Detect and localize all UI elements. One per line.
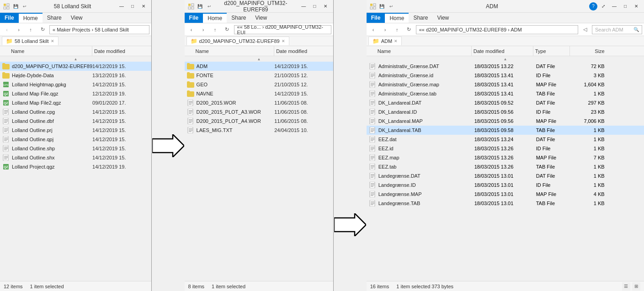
file-row[interactable]: Landegrænse.DAT 18/03/2015 13.01 DAT Fil… (367, 171, 644, 180)
file-row[interactable]: Landegrænse.TAB 18/03/2015 13.01 TAB Fil… (367, 199, 644, 208)
file-row[interactable]: QZ Lolland Project.qgz 14/12/2019 19. (0, 162, 151, 171)
col-header-size-3[interactable]: Size (570, 46, 607, 56)
folder-tab-2[interactable]: 📁 d200_MAPINFO_UTM32-EUREF89 ✕ (186, 37, 289, 45)
view-grid-btn-3[interactable]: ⊞ (632, 282, 640, 291)
refresh-btn-1[interactable]: ↻ (37, 25, 48, 35)
file-row[interactable]: ADM 14/12/2019 15. (185, 62, 334, 71)
forward-btn-1[interactable]: › (14, 25, 24, 35)
ribbon-share-3[interactable]: Share (409, 13, 432, 23)
ribbon-home-3[interactable]: Home (385, 13, 409, 23)
file-row[interactable]: D200_2015_PLOT_A4.WOR 11/06/2015 08. (185, 116, 334, 126)
file-row[interactable]: Højde-Dybde-Data 13/12/2019 16. (0, 71, 151, 80)
refresh-btn-2[interactable]: ↻ (222, 25, 232, 35)
address-field-3[interactable]: «« d200_MAPINFO_UTM32-EUREF89 › ADM (416, 25, 578, 34)
file-row[interactable]: Administrativ_Grænse.DAT 18/03/2015 13.2… (367, 62, 644, 71)
ribbon-view-3[interactable]: View (432, 13, 453, 23)
file-row[interactable]: EEZ.tab 18/03/2015 13.26 TAB File 1 KB (367, 162, 644, 171)
col-header-name-2[interactable]: Name (194, 46, 275, 56)
file-row[interactable]: Administrativ_Grænse.id 18/03/2015 13.41… (367, 71, 644, 80)
file-list-2[interactable]: ADM 14/12/2019 15. FONTE 21/10/2015 12. … (185, 62, 334, 281)
close-btn-3[interactable]: ✕ (631, 2, 641, 11)
file-row[interactable]: Landegrænse.ID 18/03/2015 13.01 ID File … (367, 180, 644, 190)
col-header-date-1[interactable]: Date modified (92, 46, 149, 56)
up-btn-2[interactable]: ↑ (210, 25, 220, 35)
tab-close-1[interactable]: ✕ (51, 39, 54, 43)
search-box-3[interactable]: Search ADM 🔍 (592, 25, 642, 34)
file-row[interactable]: DK_Landareal.DAT 18/03/2015 09.52 DAT Fi… (367, 98, 644, 107)
up-btn-1[interactable]: ↑ (26, 25, 36, 35)
file-row[interactable]: Administrativ_Grænse.map 18/03/2015 13.4… (367, 80, 644, 89)
window-buttons-2[interactable]: — □ ✕ (298, 2, 330, 11)
ribbon-file-3[interactable]: File (367, 13, 385, 23)
file-row[interactable]: Lolland Outline.prj 14/12/2019 15. (0, 126, 151, 135)
folder-tab-3[interactable]: 📁 ADM ✕ (368, 37, 402, 45)
ribbon-share-1[interactable]: Share (43, 13, 66, 23)
prev-location-btn-3[interactable]: ◁ (580, 25, 590, 35)
ribbon-file-2[interactable]: File (185, 13, 203, 23)
help-btn-3[interactable]: ? (589, 2, 597, 11)
file-row[interactable]: FONTE 21/10/2015 12. (185, 71, 334, 80)
close-btn-2[interactable]: ✕ (320, 2, 330, 11)
ribbon-file-1[interactable]: File (0, 13, 19, 23)
back-btn-3[interactable]: ‹ (368, 25, 378, 35)
forward-btn-3[interactable]: › (380, 25, 390, 35)
tab-close-2[interactable]: ✕ (282, 39, 285, 43)
forward-btn-2[interactable]: › (198, 25, 208, 35)
ribbon-view-1[interactable]: View (66, 13, 87, 23)
maximize-btn-2[interactable]: □ (309, 2, 319, 11)
file-row[interactable]: QZ Lolland Map File2.qgz 09/01/2020 17. (0, 98, 151, 107)
file-row[interactable]: GEO 21/10/2015 12. (185, 80, 334, 89)
tab-close-3[interactable]: ✕ (394, 39, 398, 43)
col-header-date-2[interactable]: Date modified (274, 46, 331, 56)
minimize-btn-3[interactable]: — (609, 2, 619, 11)
file-row[interactable]: LAES_MIG.TXT 24/04/2015 10. (185, 126, 334, 135)
ribbon-share-2[interactable]: Share (227, 13, 250, 23)
file-row[interactable]: QZ Lolland Map File.qgz 12/12/2019 19. (0, 89, 151, 98)
file-list-3[interactable]: Administrativ_Grænse.DAT 18/03/2015 13.2… (367, 62, 644, 281)
ribbon-view-2[interactable]: View (250, 13, 271, 23)
file-row[interactable]: Landegrænse.MAP 18/03/2015 13.01 MAP Fil… (367, 190, 644, 199)
up-btn-3[interactable]: ↑ (392, 25, 402, 35)
col-header-date-3[interactable]: Date modified (472, 46, 533, 56)
file-row[interactable]: d200_MAPINFO_UTM32-EUREF89 14/12/2019 15… (0, 62, 151, 71)
ribbon-home-1[interactable]: Home (19, 13, 43, 23)
file-row[interactable]: DK_Landareal.MAP 18/03/2015 09.56 MAP Fi… (367, 116, 644, 126)
file-row[interactable]: Administrativ_Grænse.tab 18/03/2015 13.4… (367, 89, 644, 98)
maximize-btn-1[interactable]: □ (128, 2, 138, 11)
maximize-btn-3[interactable]: □ (620, 2, 630, 11)
file-icon (186, 90, 195, 98)
file-row[interactable]: EEZ.map 18/03/2015 13.26 MAP File 7 KB (367, 153, 644, 162)
file-row[interactable]: Lolland Outline.shp 14/12/2019 15. (0, 144, 151, 153)
file-row[interactable]: GPK Lolland Heightmap.gpkg 14/12/2019 15… (0, 80, 151, 89)
col-header-name-1[interactable]: Name (9, 46, 92, 56)
col-header-type-3[interactable]: Type (533, 46, 570, 56)
view-list-btn-3[interactable]: ☰ (622, 282, 630, 291)
address-field-1[interactable]: « Maker Projects › 58 Lolland Skilt (49, 25, 149, 34)
minimize-btn-1[interactable]: — (117, 2, 127, 11)
expand-btn-3[interactable]: ⤢ (598, 2, 608, 11)
ribbon-home-2[interactable]: Home (203, 13, 227, 23)
window-buttons-3[interactable]: ? ⤢ — □ ✕ (589, 2, 641, 11)
window-buttons-1[interactable]: — □ ✕ (117, 2, 149, 11)
file-list-1[interactable]: d200_MAPINFO_UTM32-EUREF89 14/12/2019 15… (0, 62, 151, 281)
file-row[interactable]: DK_Landareal.ID 18/03/2015 09.56 ID File… (367, 107, 644, 116)
file-row[interactable]: EEZ.id 18/03/2015 13.26 ID File 1 KB (367, 144, 644, 153)
file-row[interactable]: D200_2015.WOR 11/06/2015 08. (185, 98, 334, 107)
refresh-btn-3[interactable]: ↻ (404, 25, 414, 35)
file-row[interactable]: Lolland Outline.dbf 14/12/2019 15. (0, 116, 151, 126)
tab-label-2: d200_MAPINFO_UTM32-EUREF89 (199, 38, 280, 44)
back-btn-1[interactable]: ‹ (2, 25, 12, 35)
file-row[interactable]: Lolland Outline.qpj 14/12/2019 15. (0, 135, 151, 144)
col-header-name-3[interactable]: Name (376, 46, 472, 56)
folder-tab-1[interactable]: 📁 58 Lolland Skilt ✕ (2, 37, 59, 45)
file-row[interactable]: D200_2015_PLOT_A3.WOR 11/06/2015 08. (185, 107, 334, 116)
close-btn-1[interactable]: ✕ (138, 2, 149, 11)
minimize-btn-2[interactable]: — (298, 2, 309, 11)
file-row[interactable]: DK_Landareal.TAB 18/03/2015 09.58 TAB Fi… (367, 126, 644, 135)
file-row[interactable]: EEZ.dat 18/03/2015 13.24 DAT File 1 KB (367, 135, 644, 144)
back-btn-2[interactable]: ‹ (186, 25, 197, 35)
file-row[interactable]: Lolland Outline.cpg 14/12/2019 15. (0, 107, 151, 116)
address-field-2[interactable]: «« 58 Lo... › d200_MAPINFO_UTM32-EUI (234, 25, 332, 34)
file-row[interactable]: NAVNE 14/12/2019 15. (185, 89, 334, 98)
file-row[interactable]: Lolland Outline.shx 14/12/2019 15. (0, 153, 151, 162)
